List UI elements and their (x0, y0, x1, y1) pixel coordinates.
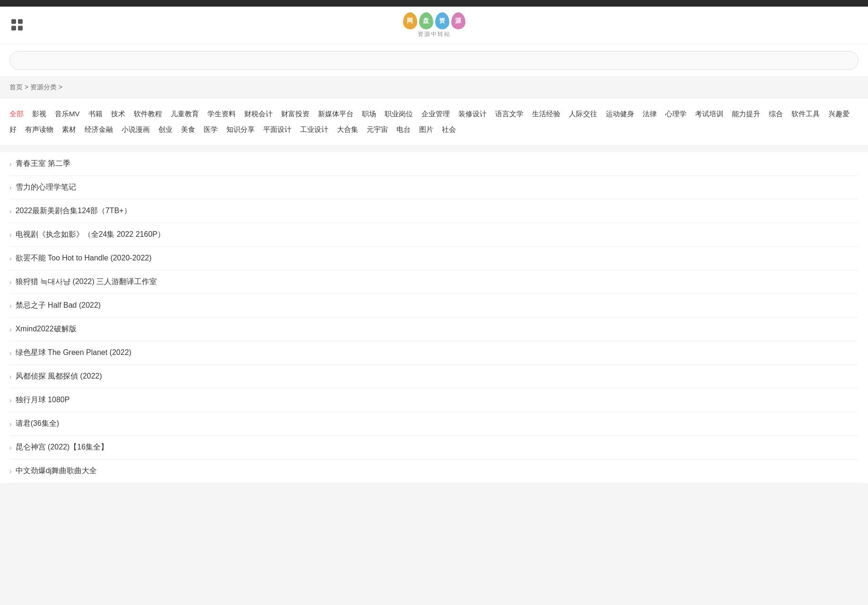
logo-drop-1: 网 (403, 12, 417, 29)
category-tag-34[interactable]: 平面设计 (263, 125, 292, 133)
list-item-chevron-6: › (9, 302, 12, 310)
list-item-5[interactable]: ›狼狩猎 늑대사냥 (2022) 三人游翻译工作室 (9, 270, 859, 294)
category-tag-27[interactable]: 素材 (62, 125, 76, 133)
list-item-chevron-3: › (9, 231, 12, 239)
list-item-2[interactable]: ›2022最新美剧合集124部（7TB+） (9, 199, 859, 223)
list-item-3[interactable]: ›电视剧《执念如影》（全24集 2022 2160P） (9, 223, 859, 247)
category-tag-1[interactable]: 影视 (32, 110, 46, 118)
list-item-chevron-13: › (9, 467, 12, 475)
list-section: ›青春王室 第二季›雪力的心理学笔记›2022最新美剧合集124部（7TB+）›… (0, 152, 868, 483)
category-tag-10[interactable]: 新媒体平台 (318, 110, 353, 118)
breadcrumb-section: 首页 > 资源分类 > (0, 77, 868, 97)
category-tag-3[interactable]: 书籍 (88, 110, 103, 118)
list-item-9[interactable]: ›风都侦探 風都探偵 (2022) (9, 365, 859, 389)
category-tag-5[interactable]: 软件教程 (134, 110, 162, 118)
list-item-chevron-4: › (9, 255, 12, 262)
category-tag-18[interactable]: 运动健身 (606, 110, 634, 118)
category-tag-15[interactable]: 语言文学 (495, 110, 524, 118)
list-item-8[interactable]: ›绿色星球 The Green Planet (2022) (9, 341, 859, 365)
category-tags: 全部影视音乐MV书籍技术软件教程儿童教育学生资料财税会计财富投资新媒体平台职场职… (9, 106, 859, 137)
list-item-11[interactable]: ›请君(36集全) (9, 412, 859, 436)
category-tag-35[interactable]: 工业设计 (300, 125, 328, 133)
category-tag-22[interactable]: 能力提升 (732, 110, 760, 118)
list-item-title-10: 独行月球 1080P (16, 395, 70, 405)
category-tag-24[interactable]: 软件工具 (791, 110, 820, 118)
category-tag-11[interactable]: 职场 (362, 110, 376, 118)
list-item-title-6: 禁忌之子 Half Bad (2022) (16, 301, 101, 311)
category-tag-40[interactable]: 社会 (442, 125, 456, 133)
logo-drop-2: 盘 (419, 12, 433, 29)
list-item-title-11: 请君(36集全) (16, 419, 59, 429)
header: 网 盘 资 源 资源中转站 (0, 7, 868, 44)
category-tag-32[interactable]: 医学 (204, 125, 218, 133)
top-bar (0, 0, 868, 7)
logo-drop-3: 资 (435, 12, 449, 29)
category-tag-2[interactable]: 音乐MV (55, 110, 80, 118)
list-item-13[interactable]: ›中文劲爆dj舞曲歌曲大全 (9, 459, 859, 483)
list-item-chevron-12: › (9, 444, 12, 451)
breadcrumb: 首页 > 资源分类 > (9, 83, 62, 91)
list-item-4[interactable]: ›欲罢不能 Too Hot to Handle (2020-2022) (9, 247, 859, 270)
category-tag-4[interactable]: 技术 (111, 110, 125, 118)
list-item-title-7: Xmind2022破解版 (16, 324, 77, 334)
category-tag-36[interactable]: 大合集 (337, 125, 358, 133)
category-tag-6[interactable]: 儿童教育 (171, 110, 199, 118)
menu-icon[interactable] (9, 17, 25, 34)
category-tag-8[interactable]: 财税会计 (244, 110, 273, 118)
category-tag-20[interactable]: 心理学 (665, 110, 687, 118)
list-item-title-8: 绿色星球 The Green Planet (2022) (16, 348, 131, 358)
list-item-chevron-2: › (9, 207, 12, 215)
list-item-chevron-11: › (9, 420, 12, 428)
category-tag-12[interactable]: 职业岗位 (385, 110, 413, 118)
svg-rect-1 (18, 19, 23, 24)
category-tag-14[interactable]: 装修设计 (458, 110, 487, 118)
category-tag-37[interactable]: 元宇宙 (367, 125, 388, 133)
category-tag-29[interactable]: 小说漫画 (121, 125, 150, 133)
category-tag-9[interactable]: 财富投资 (281, 110, 309, 118)
list-item-title-1: 雪力的心理学笔记 (16, 182, 76, 192)
svg-rect-3 (18, 26, 23, 30)
search-section (0, 44, 868, 77)
list-item-7[interactable]: ›Xmind2022破解版 (9, 318, 859, 341)
list-item-0[interactable]: ›青春王室 第二季 (9, 152, 859, 176)
list-item-title-3: 电视剧《执念如影》（全24集 2022 2160P） (16, 230, 165, 240)
category-section: 全部影视音乐MV书籍技术软件教程儿童教育学生资料财税会计财富投资新媒体平台职场职… (0, 97, 868, 145)
search-input[interactable] (9, 51, 859, 70)
list-item-chevron-8: › (9, 349, 12, 357)
list-item-chevron-0: › (9, 160, 12, 168)
category-tag-7[interactable]: 学生资料 (207, 110, 236, 118)
category-tag-16[interactable]: 生活经验 (532, 110, 560, 118)
list-item-10[interactable]: ›独行月球 1080P (9, 389, 859, 412)
category-tag-30[interactable]: 创业 (158, 125, 172, 133)
category-tag-28[interactable]: 经济金融 (85, 125, 113, 133)
category-tag-39[interactable]: 图片 (419, 125, 433, 133)
category-tag-19[interactable]: 法律 (643, 110, 657, 118)
category-tag-17[interactable]: 人际交往 (569, 110, 597, 118)
category-tag-13[interactable]: 企业管理 (421, 110, 450, 118)
section-divider (0, 145, 868, 148)
list-item-title-5: 狼狩猎 늑대사냥 (2022) 三人游翻译工作室 (16, 277, 157, 287)
list-item-1[interactable]: ›雪力的心理学笔记 (9, 176, 859, 199)
list-item-title-4: 欲罢不能 Too Hot to Handle (2020-2022) (16, 253, 152, 263)
category-tag-38[interactable]: 电台 (396, 125, 411, 133)
category-tag-21[interactable]: 考试培训 (695, 110, 723, 118)
list-item-12[interactable]: ›昆仑神宫 (2022)【16集全】 (9, 436, 859, 459)
category-tag-0[interactable]: 全部 (9, 110, 24, 118)
logo-subtitle: 资源中转站 (418, 30, 451, 38)
list-item-title-12: 昆仑神宫 (2022)【16集全】 (16, 442, 109, 452)
category-tag-33[interactable]: 知识分享 (226, 125, 255, 133)
category-tag-23[interactable]: 综合 (769, 110, 783, 118)
list-item-chevron-7: › (9, 326, 12, 333)
list-item-chevron-10: › (9, 397, 12, 404)
list-item-title-9: 风都侦探 風都探偵 (2022) (16, 372, 102, 381)
list-item-6[interactable]: ›禁忌之子 Half Bad (2022) (9, 294, 859, 318)
list-item-title-13: 中文劲爆dj舞曲歌曲大全 (16, 466, 97, 476)
category-tag-31[interactable]: 美食 (181, 125, 195, 133)
category-tag-26[interactable]: 有声读物 (25, 125, 53, 133)
list-item-chevron-1: › (9, 184, 12, 191)
list-item-chevron-5: › (9, 278, 12, 286)
logo-container: 网 盘 资 源 资源中转站 (403, 12, 465, 38)
logo-drop-4: 源 (451, 12, 465, 29)
list-item-title-0: 青春王室 第二季 (16, 159, 70, 169)
list-items: ›青春王室 第二季›雪力的心理学笔记›2022最新美剧合集124部（7TB+）›… (9, 152, 859, 483)
